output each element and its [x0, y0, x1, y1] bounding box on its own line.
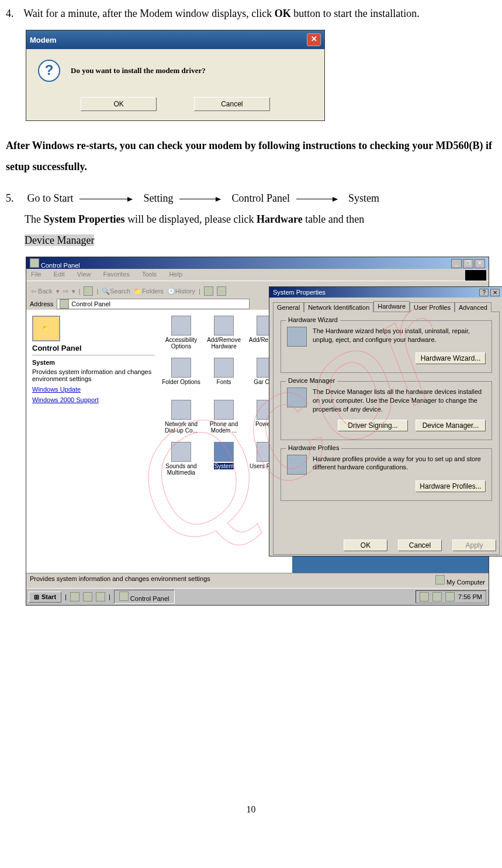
sp-titlebar: System Properties ? ✕: [269, 287, 502, 298]
search-button[interactable]: Search: [110, 288, 130, 295]
tab-user-profiles[interactable]: User Profiles: [410, 302, 455, 312]
statusbar: Provides system information and changes …: [26, 573, 489, 589]
step5-sysprops: System Properties: [43, 213, 124, 225]
tray-icon[interactable]: [445, 592, 455, 601]
modem-title: Modem: [30, 36, 57, 44]
step5-setting: Setting: [144, 192, 174, 204]
address-field[interactable]: Control Panel: [57, 299, 250, 309]
sp-title: System Properties: [273, 289, 326, 296]
start-button[interactable]: ⊞ Start: [29, 592, 61, 603]
tab-hardware[interactable]: Hardware: [373, 301, 410, 312]
cp-selected-desc: Provides system information and changes …: [32, 368, 155, 382]
tray-icon[interactable]: [432, 592, 442, 601]
cp-icon-system[interactable]: System: [203, 442, 244, 484]
modem-body: ? Do you want to install the modem drive…: [26, 49, 324, 92]
step-4-text-a: Wait for a minute, after the Modem windo…: [23, 8, 274, 19]
sp-tabpanel: Hardware Wizard The Hardware wizard help…: [273, 312, 500, 555]
arrow-icon: [179, 199, 220, 199]
tool-icon[interactable]: [217, 286, 226, 296]
cp-title: Control Panel: [32, 344, 155, 355]
statusbar-text: Provides system information and changes …: [30, 575, 210, 587]
tray-icon[interactable]: [420, 592, 429, 601]
cp-icon-add-hardware[interactable]: Add/Remove Hardware: [203, 316, 244, 358]
clock: 7:56 PM: [458, 593, 482, 600]
page-number: 10: [6, 804, 496, 815]
device-manager-button[interactable]: Device Manager...: [416, 420, 486, 431]
tab-advanced[interactable]: Advanced: [455, 302, 491, 312]
menu-tools[interactable]: Tools: [142, 271, 157, 278]
arrow-icon: [296, 199, 337, 199]
cp-icon-network[interactable]: Network and Dial-up Co...: [161, 400, 202, 442]
step5-devmgr: Device Manager: [25, 234, 94, 246]
hw-wizard-text: The Hardware wizard helps you install, u…: [313, 327, 486, 344]
step5-hardware: Hardware: [257, 213, 303, 225]
close-icon[interactable]: ✕: [490, 289, 500, 296]
cp-icon-sounds[interactable]: Sounds and Multimedia: [161, 442, 202, 484]
help-icon[interactable]: ?: [479, 289, 489, 296]
legend-dev-mgr: Device Manager: [286, 377, 337, 384]
maximize-icon[interactable]: ❐: [463, 259, 473, 268]
dev-mgr-text: The Device Manager lists all the hardwar…: [313, 388, 486, 414]
driver-signing-button[interactable]: Driver Signing...: [338, 420, 408, 431]
control-panel-screenshot: Control Panel _ ❐ ✕ File Edit View Favor…: [26, 257, 489, 606]
question-icon: ?: [38, 60, 60, 82]
step5-line2c: table and then: [303, 213, 364, 225]
folder-icon: [60, 299, 69, 309]
modem-buttons: OK Cancel: [26, 92, 324, 120]
cp-icon-fonts[interactable]: Fonts: [203, 358, 244, 400]
up-icon[interactable]: [84, 286, 93, 296]
cp-logo-icon: 📁: [32, 316, 60, 341]
minimize-icon[interactable]: _: [451, 259, 462, 268]
fieldset-hardware-profiles: Hardware Profiles Hardware profiles prov…: [281, 448, 492, 501]
legend-hw-prof: Hardware Profiles: [286, 444, 341, 451]
restart-paragraph: After Windows re-starts, you can check y…: [6, 135, 496, 177]
tab-network-id[interactable]: Network Identification: [304, 302, 373, 312]
ok-button[interactable]: OK: [81, 97, 157, 111]
menu-edit[interactable]: Edit: [54, 271, 65, 278]
cp-titlebar: Control Panel _ ❐ ✕: [26, 257, 489, 270]
sp-ok-button[interactable]: OK: [344, 540, 387, 551]
cp-icon-accessibility[interactable]: Accessibility Options: [161, 316, 202, 358]
menu-favorites[interactable]: Favorites: [103, 271, 130, 278]
dev-mgr-icon: [287, 388, 307, 407]
link-windows-support[interactable]: Windows 2000 Support: [32, 396, 155, 403]
modem-titlebar: Modem ✕: [26, 30, 324, 49]
step-4: 4. Wait for a minute, after the Modem wi…: [6, 3, 496, 24]
sp-tabs: General Network Identification Hardware …: [269, 298, 502, 312]
step5-line2a: The: [25, 213, 43, 225]
menu-view[interactable]: View: [77, 271, 91, 278]
close-icon[interactable]: ✕: [475, 259, 485, 268]
system-properties-dialog: System Properties ? ✕ General Network Id…: [269, 286, 502, 556]
quicklaunch-icon[interactable]: [96, 592, 105, 601]
sp-apply-button[interactable]: Apply: [452, 540, 496, 551]
statusbar-location: My Computer: [446, 579, 485, 586]
computer-icon: [435, 575, 445, 585]
arrow-icon: [79, 199, 132, 199]
quicklaunch-icon[interactable]: [83, 592, 92, 601]
hardware-wizard-button[interactable]: Hardware Wizard...: [416, 352, 486, 364]
sp-cancel-button[interactable]: Cancel: [398, 540, 442, 551]
cp-icon-phone-modem[interactable]: Phone and Modem ...: [203, 400, 244, 442]
hardware-profiles-button[interactable]: Hardware Profiles...: [416, 480, 486, 492]
taskbar-item[interactable]: Control Panel: [114, 590, 175, 604]
tab-general[interactable]: General: [273, 302, 304, 312]
quicklaunch-icon[interactable]: [70, 592, 79, 601]
taskbar: ⊞ Start | | Control Panel 7:56 PM: [26, 588, 489, 605]
menu-file[interactable]: File: [31, 271, 41, 278]
step-4-text-b: button to start the installation.: [291, 8, 420, 19]
fieldset-hardware-wizard: Hardware Wizard The Hardware wizard help…: [281, 320, 492, 373]
history-button[interactable]: History: [175, 288, 195, 295]
windows-icon: ⊞: [34, 593, 39, 601]
folders-button[interactable]: Folders: [142, 288, 164, 295]
tool-icon[interactable]: [204, 286, 213, 296]
close-icon[interactable]: ✕: [307, 33, 321, 46]
fieldset-device-manager: Device Manager The Device Manager lists …: [281, 381, 492, 440]
link-windows-update[interactable]: Windows Update: [32, 386, 155, 393]
legend-hw-wizard: Hardware Wizard: [286, 316, 340, 323]
back-button[interactable]: Back: [38, 288, 52, 295]
cp-selected-name: System: [32, 359, 155, 366]
cancel-button[interactable]: Cancel: [194, 97, 270, 111]
cp-icon-folder-options[interactable]: Folder Options: [161, 358, 202, 400]
menu-help[interactable]: Help: [169, 271, 182, 278]
step-4-ok: OK: [275, 8, 291, 19]
